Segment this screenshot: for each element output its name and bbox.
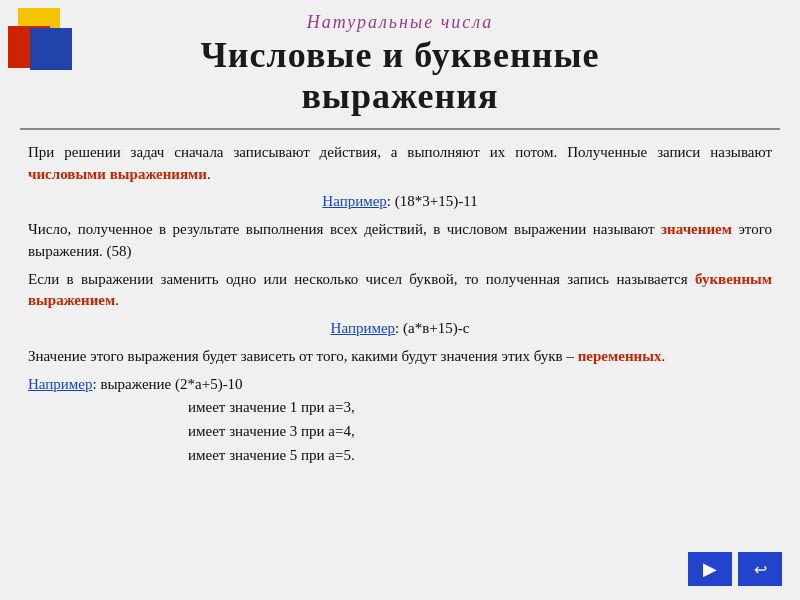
divider	[20, 128, 780, 130]
content-area: При решении задач сначала записывают дей…	[0, 138, 800, 472]
example3-list: имеет значение 1 при а=3, имеет значение…	[188, 395, 772, 467]
para3-end: .	[115, 292, 119, 308]
example2-label: Например	[331, 320, 396, 336]
paragraph-1: При решении задач сначала записывают дей…	[28, 142, 772, 186]
example1-text: : (18*3+15)-11	[387, 193, 478, 209]
example3-text: : выражение (2*а+5)-10	[93, 376, 243, 392]
example1-line: Например: (18*3+15)-11	[28, 191, 772, 213]
example3-block: Например: выражение (2*а+5)-10 имеет зна…	[28, 374, 772, 468]
example3-item2: имеет значение 3 при а=4,	[188, 419, 772, 443]
title: Числовые и буквенные выражения	[0, 35, 800, 118]
decoration	[8, 8, 88, 88]
title-line1: Числовые и буквенные	[200, 35, 599, 75]
return-button[interactable]: ↩	[738, 552, 782, 586]
play-button[interactable]: ▶	[688, 552, 732, 586]
example2-line: Например: (а*в+15)-с	[28, 318, 772, 340]
header: Натуральные числа Числовые и буквенные в…	[0, 0, 800, 124]
example3-item3: имеет значение 5 при а=5.	[188, 443, 772, 467]
para1-text: При решении задач сначала записывают дей…	[28, 144, 772, 160]
para2-start: Число, полученное в результате выполнени…	[28, 221, 661, 237]
para4-highlight: переменных	[578, 348, 662, 364]
example3-label: Например	[28, 376, 93, 392]
para2-highlight: значением	[661, 221, 732, 237]
para1-highlight: числовыми выражениями	[28, 166, 207, 182]
example3-first-line: Например: выражение (2*а+5)-10	[28, 374, 772, 396]
para1-end: .	[207, 166, 211, 182]
nav-buttons: ▶ ↩	[688, 552, 782, 586]
paragraph-4: Значение этого выражения будет зависеть …	[28, 346, 772, 368]
title-line2: выражения	[301, 76, 498, 116]
example1-label: Например	[322, 193, 387, 209]
paragraph-2: Число, полученное в результате выполнени…	[28, 219, 772, 263]
return-icon: ↩	[754, 560, 767, 579]
para4-end: .	[661, 348, 665, 364]
subtitle: Натуральные числа	[0, 12, 800, 33]
example3-item1: имеет значение 1 при а=3,	[188, 395, 772, 419]
deco-blue-square	[30, 28, 72, 70]
paragraph-3: Если в выражении заменить одно или неско…	[28, 269, 772, 313]
example2-text: : (а*в+15)-с	[395, 320, 469, 336]
slide: Натуральные числа Числовые и буквенные в…	[0, 0, 800, 600]
play-icon: ▶	[703, 558, 717, 580]
para4-start: Значение этого выражения будет зависеть …	[28, 348, 578, 364]
para3-start: Если в выражении заменить одно или неско…	[28, 271, 695, 287]
